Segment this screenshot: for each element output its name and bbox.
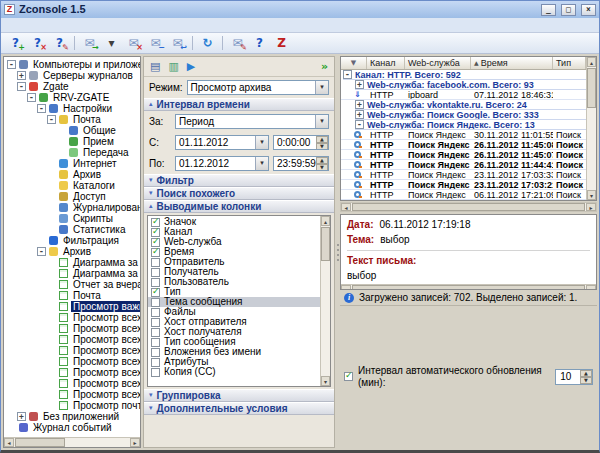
maximize-button[interactable]: □ (561, 4, 576, 16)
section-time-interval[interactable]: Интервал времени (144, 98, 334, 111)
chevron-down-icon[interactable]: ▾ (315, 115, 328, 128)
service-column-header[interactable]: Web-служба (405, 57, 471, 69)
table-row[interactable]: HTTP Поиск Яндекс 26.11.2012 11:45:07 По… (341, 150, 586, 160)
minimize-button[interactable]: _ (541, 4, 556, 16)
checkbox[interactable] (151, 278, 160, 287)
scroll-left-icon[interactable]: ◂ (341, 203, 351, 211)
column-checkbox-item[interactable]: Тип (148, 287, 320, 297)
table-row[interactable]: HTTP Поиск Яндекс 06.11.2012 17:21:09 По… (341, 190, 586, 200)
table-horizontal-scrollbar[interactable]: ◂ ▸ (340, 202, 597, 212)
mail-delete-button[interactable]: ✉ × (123, 34, 144, 52)
connection-edit-button[interactable]: ? ✎ (49, 34, 70, 52)
checkbox[interactable] (151, 248, 160, 257)
toolbar-button[interactable] (222, 36, 223, 50)
mail-remove-button[interactable]: ✉ − (145, 34, 166, 52)
tree-item[interactable]: Интернет (4, 158, 140, 169)
checkbox[interactable] (151, 358, 160, 367)
save-button[interactable]: ▤ (150, 61, 160, 72)
column-checkbox-item[interactable]: Хост получателя (148, 327, 320, 337)
column-checkbox-item[interactable]: Получатель (148, 267, 320, 277)
connection-delete-button[interactable]: ? × (27, 34, 48, 52)
tree-item[interactable]: Просмотр почты за неделю (4, 400, 140, 411)
scroll-left-icon[interactable]: ◂ (4, 438, 14, 447)
tree-item[interactable]: Просмотр важных за сегодня (4, 301, 140, 312)
tree-item[interactable]: Просмотр всех с атрибутами за (4, 378, 140, 389)
tree-item[interactable]: Диаграмма за сегодня (4, 268, 140, 279)
checkbox[interactable] (151, 298, 160, 307)
to-time-spinner[interactable]: 23:59:59 ▲▼ (273, 156, 329, 171)
tree-item[interactable]: Статистика (4, 224, 140, 235)
channel-column-header[interactable]: Канал (367, 57, 405, 69)
chevron-down-icon[interactable]: ▾ (255, 157, 268, 170)
tree-item[interactable]: Журналирование (4, 202, 140, 213)
mail-reply-button[interactable]: ✉ ↩ (167, 34, 188, 52)
scroll-up-icon[interactable]: ▴ (321, 216, 330, 226)
help-button[interactable]: ? (249, 34, 270, 52)
tree-horizontal-scrollbar[interactable]: ◂ ▸ (4, 437, 140, 447)
column-checkbox-item[interactable]: Web-служба (148, 237, 320, 247)
section-extra-conditions[interactable]: Дополнительные условия (144, 402, 334, 415)
from-time-spinner[interactable]: 0:00:00 ▲▼ (273, 135, 329, 150)
scroll-thumb[interactable] (352, 203, 585, 211)
checkbox[interactable] (151, 328, 160, 337)
tree-item[interactable]: Архив (4, 169, 140, 180)
tree-item[interactable]: Просмотр всех больше 10 Мб (4, 334, 140, 345)
scroll-thumb[interactable] (15, 438, 65, 447)
scroll-right-icon[interactable]: ▸ (130, 438, 140, 447)
connection-add-button[interactable]: ? + (5, 34, 26, 52)
tree-item[interactable]: Скрипты (4, 213, 140, 224)
from-date-select[interactable]: 01.11.2012 ▾ (175, 135, 269, 150)
tree-item[interactable]: Отчет за вчера (4, 279, 140, 290)
checkbox[interactable] (151, 218, 160, 227)
expand-toggle-icon[interactable]: - (47, 115, 56, 124)
tree-item[interactable]: Просмотр всех за вчера (4, 345, 140, 356)
column-checkbox-item[interactable]: Файлы (148, 307, 320, 317)
expand-toggle-icon[interactable]: - (27, 93, 36, 102)
section-filter[interactable]: Фильтр (144, 174, 334, 187)
section-grouping[interactable]: Группировка (144, 389, 334, 402)
table-row[interactable]: HTTP Поиск Яндекс 23.11.2012 17:03:21 По… (341, 180, 586, 190)
expand-toggle-icon[interactable]: - (7, 60, 16, 69)
mode-select[interactable]: Просмотр архива ▾ (187, 80, 329, 95)
tree-item[interactable]: + Без приложений (4, 411, 140, 422)
checkbox[interactable] (151, 368, 160, 377)
tree-item[interactable]: Доступ (4, 191, 140, 202)
tree-item[interactable]: Фильтрация (4, 235, 140, 246)
to-date-select[interactable]: 01.12.2012 ▾ (175, 156, 269, 171)
checkbox[interactable] (151, 318, 160, 327)
expand-toggle-icon[interactable]: + (17, 412, 26, 421)
zgate-logo-button[interactable]: Z (271, 34, 292, 52)
column-checkbox-item[interactable]: Копия (СС) (148, 367, 320, 377)
checkbox[interactable] (151, 238, 160, 247)
scroll-right-icon[interactable]: ▸ (586, 203, 596, 211)
expand-toggle-icon[interactable]: - (355, 120, 364, 129)
tree-item[interactable]: Передача (4, 147, 140, 158)
table-row[interactable]: - Канал: HTTP. Всего: 592 (341, 70, 586, 80)
column-checkbox-item[interactable]: Тип сообщения (148, 337, 320, 347)
tree-item[interactable]: Диаграмма за квартал (4, 257, 140, 268)
tree-item[interactable]: - Почта (4, 114, 140, 125)
column-checkbox-item[interactable]: Время (148, 247, 320, 257)
section-output-columns[interactable]: Выводимые колонки (144, 200, 334, 213)
table-vertical-scrollbar[interactable]: ▴ ▾ (586, 57, 596, 200)
tree-item[interactable]: + Серверы журналов (4, 70, 140, 81)
close-button[interactable]: × (581, 4, 596, 16)
play-button[interactable]: ▶ (187, 61, 195, 72)
tree-item[interactable]: Почта (4, 290, 140, 301)
filter-column-header[interactable]: ▼ (341, 57, 367, 69)
tree-item[interactable]: Просмотр всех за месяц (4, 356, 140, 367)
table-row[interactable]: + Web-служба: vkontakte.ru. Всего: 24 (341, 100, 586, 110)
checkbox[interactable] (151, 308, 160, 317)
table-row[interactable]: + Web-служба: Поиск Google. Всего: 333 (341, 110, 586, 120)
column-checkbox-item[interactable]: Вложения без имени (148, 347, 320, 357)
chevron-down-icon[interactable]: ▾ (315, 81, 328, 94)
scroll-thumb[interactable] (321, 227, 330, 261)
column-checkbox-item[interactable]: Атрибуты (148, 357, 320, 367)
refresh-button[interactable]: ↻ (197, 34, 218, 52)
table-row[interactable]: HTTP Поиск Яндекс 26.11.2012 11:44:41 По… (341, 160, 586, 170)
type-column-header[interactable]: Тип (553, 57, 586, 69)
tree-item[interactable]: Просмотр всех Web за неделю (4, 323, 140, 334)
column-checkbox-item[interactable]: Хост отправителя (148, 317, 320, 327)
save-copy-button[interactable]: ▥ (168, 61, 178, 72)
scroll-down-icon[interactable]: ▾ (321, 376, 330, 386)
